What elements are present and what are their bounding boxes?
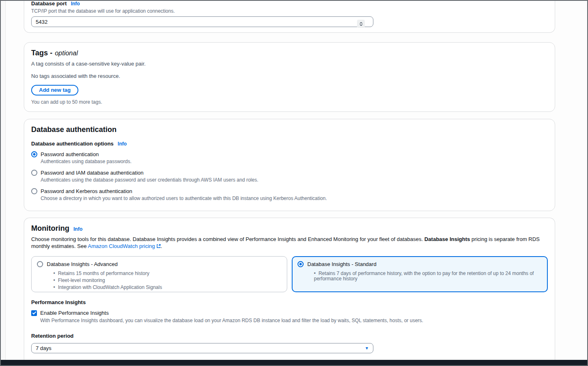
monitoring-description-part1: Choose monitoring tools for this databas… — [31, 236, 424, 242]
create-database-form: Database port Info TCP/IP port that the … — [24, 0, 555, 366]
radio-database-insights-standard[interactable] — [297, 261, 304, 267]
console-footer-bar — [0, 360, 588, 366]
database-port-label: Database port — [31, 0, 67, 7]
tags-title-text: Tags - — [31, 49, 53, 57]
cloudwatch-pricing-link[interactable]: Amazon CloudWatch pricing — [88, 243, 161, 249]
auth-options-label: Database authentication options — [31, 141, 114, 147]
tile-database-insights-standard[interactable]: Database Insights - Standard Retains 7 d… — [292, 256, 548, 292]
monitoring-card: Monitoring Info Choose monitoring tools … — [24, 218, 555, 366]
database-authentication-title: Database authentication — [31, 125, 548, 134]
external-link-icon — [156, 243, 161, 250]
tile-standard-bullets: Retains 7 days of performance history, w… — [314, 271, 542, 282]
auth-option-password-description: Authenticates using database passwords. — [41, 159, 548, 165]
database-port-description: TCP/IP port that the database will use f… — [31, 8, 548, 14]
auth-option-kerberos-description: Choose a directory in which you want to … — [41, 196, 548, 202]
tile-database-insights-advanced[interactable]: Database Insights - Advanced Retains 15 … — [31, 256, 287, 292]
auth-options-info-link[interactable]: Info — [118, 141, 127, 147]
radio-database-insights-advanced[interactable] — [37, 261, 43, 267]
auth-option-kerberos-label: Password and Kerberos authentication — [41, 188, 132, 195]
bullet-item: Retains 15 months of performance history — [53, 271, 281, 276]
number-stepper-icon[interactable] — [357, 20, 365, 28]
auth-option-password-label: Password authentication — [41, 151, 99, 158]
enable-performance-insights-label: Enable Performance Insights — [40, 309, 109, 316]
database-port-info-link[interactable]: Info — [71, 1, 80, 7]
tags-title: Tags -optional — [31, 48, 548, 58]
tags-empty-text: No tags associated with the resource. — [31, 73, 548, 80]
collapsed-side-panel — [0, 0, 6, 366]
auth-option-password-click-target[interactable]: Password authentication — [31, 151, 548, 158]
tags-description: A tag consists of a case-sensitive key-v… — [31, 61, 548, 67]
checkbox-enable-performance-insights[interactable] — [31, 310, 37, 316]
radio-password-authentication[interactable] — [31, 151, 37, 157]
retention-period-label: Retention period — [31, 333, 548, 339]
auth-option-iam: Password and IAM database authentication… — [31, 169, 548, 183]
auth-option-iam-click-target[interactable]: Password and IAM database authentication — [31, 169, 548, 176]
monitoring-description-bold: Database Insights — [424, 236, 470, 242]
radio-password-iam-authentication[interactable] — [31, 170, 37, 176]
bullet-item: Fleet-level monitoring — [53, 278, 281, 283]
chevron-down-icon: ▼ — [365, 346, 369, 350]
auth-option-password: Password authentication Authenticates us… — [31, 151, 548, 165]
retention-period-value: 7 days — [36, 345, 51, 351]
tags-hint: You can add up to 50 more tags. — [31, 99, 548, 105]
monitoring-title: Monitoring — [31, 224, 69, 233]
enable-performance-insights-row[interactable]: Enable Performance Insights — [31, 309, 548, 316]
tile-standard-label: Database Insights - Standard — [307, 261, 376, 267]
add-new-tag-button[interactable]: Add new tag — [31, 85, 78, 95]
performance-insights-description: With Performance Insights dashboard, you… — [40, 318, 548, 324]
tile-advanced-bullets: Retains 15 months of performance history… — [53, 271, 281, 290]
database-insights-tiles: Database Insights - Advanced Retains 15 … — [31, 256, 548, 292]
bullet-item: Integration with CloudWatch Application … — [53, 285, 281, 290]
bullet-item: Retains 7 days of performance history, w… — [314, 271, 542, 282]
performance-insights-label: Performance Insights — [31, 299, 548, 306]
auth-option-iam-label: Password and IAM database authentication — [41, 169, 144, 176]
tile-advanced-label: Database Insights - Advanced — [47, 261, 118, 267]
radio-password-kerberos-authentication[interactable] — [31, 188, 37, 194]
cloudwatch-pricing-link-text: Amazon CloudWatch pricing — [88, 243, 155, 249]
auth-option-kerberos-click-target[interactable]: Password and Kerberos authentication — [31, 188, 548, 195]
database-port-card: Database port Info TCP/IP port that the … — [24, 0, 555, 33]
monitoring-description: Choose monitoring tools for this databas… — [31, 236, 545, 250]
auth-option-kerberos: Password and Kerberos authentication Cho… — [31, 188, 548, 202]
auth-option-iam-description: Authenticates using the database passwor… — [41, 177, 548, 183]
tags-card: Tags -optional A tag consists of a case-… — [24, 42, 555, 112]
tags-title-optional: optional — [55, 50, 78, 57]
database-authentication-card: Database authentication Database authent… — [24, 119, 555, 211]
database-port-input[interactable] — [31, 16, 373, 27]
monitoring-info-link[interactable]: Info — [73, 226, 82, 232]
retention-period-select[interactable]: 7 days ▼ — [31, 343, 373, 353]
monitoring-description-end: . — [161, 243, 162, 249]
